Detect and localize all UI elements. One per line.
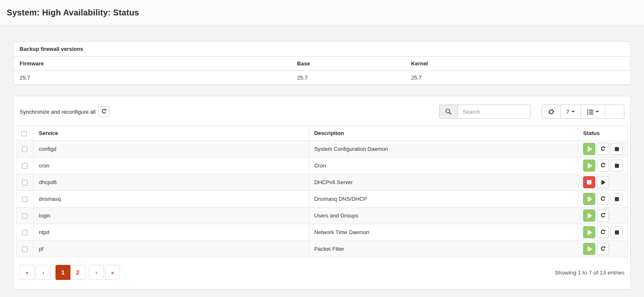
restart-icon	[600, 246, 606, 252]
list-columns-icon	[587, 109, 594, 115]
pagination-page-1[interactable]: 1	[55, 265, 70, 280]
pagination-next-button[interactable]: ›	[89, 265, 104, 280]
service-name: dnsmasq	[34, 191, 309, 207]
entries-summary: Showing 1 to 7 of 13 entries	[555, 270, 624, 276]
service-stopped-button[interactable]	[583, 176, 595, 188]
service-running-button[interactable]	[583, 226, 595, 238]
col-header-description: Description	[309, 126, 578, 141]
versions-col-firmware: Firmware	[14, 57, 291, 71]
service-name: ntpd	[34, 224, 309, 241]
row-select-checkbox[interactable]	[22, 247, 28, 252]
service-description: Dnsmasq DNS/DHCP	[309, 191, 578, 207]
stop-icon	[615, 147, 619, 151]
table-row: configd System Configuration Daemon	[16, 141, 628, 157]
play-icon	[588, 213, 592, 219]
restart-service-button[interactable]	[597, 210, 609, 222]
versions-table: Firmware Base Kernel 25.7 25.7 25.7	[14, 57, 630, 85]
select-all-checkbox[interactable]	[21, 131, 27, 136]
stop-service-button[interactable]	[611, 226, 623, 238]
spare-toolbar-button[interactable]	[605, 105, 624, 119]
service-description: Packet Filter	[309, 241, 578, 257]
row-select-checkbox[interactable]	[22, 180, 28, 185]
row-select-checkbox[interactable]	[22, 197, 28, 202]
search-input[interactable]	[458, 105, 531, 119]
page-header: System: High Availability: Status	[0, 0, 644, 25]
restart-icon	[600, 196, 606, 202]
row-select-checkbox[interactable]	[22, 147, 28, 152]
table-row: dhcpd6 DHCPv6 Server	[16, 174, 628, 191]
service-description: System Configuration Daemon	[309, 141, 578, 157]
play-icon	[588, 230, 592, 235]
services-toolbar: Synchronize and reconfigure all	[14, 96, 630, 125]
services-panel: Synchronize and reconfigure all	[13, 96, 631, 290]
search-icon	[439, 105, 458, 119]
pagination-last-button[interactable]: »	[105, 265, 120, 280]
service-running-button[interactable]	[583, 143, 595, 155]
service-running-button[interactable]	[583, 193, 595, 205]
versions-row: 25.7 25.7 25.7	[14, 71, 630, 85]
restart-service-button[interactable]	[597, 143, 609, 155]
service-description: Users and Groups	[309, 207, 578, 224]
page-size-dropdown[interactable]: 7	[561, 105, 581, 119]
col-header-service: Service	[34, 126, 309, 141]
service-name: dhcpd6	[34, 174, 309, 191]
restart-icon	[600, 213, 606, 218]
service-running-button[interactable]	[583, 243, 595, 255]
row-select-checkbox[interactable]	[22, 213, 28, 219]
restart-service-button[interactable]	[597, 226, 609, 238]
restart-service-button[interactable]	[597, 160, 609, 172]
pagination-first-button[interactable]: «	[20, 265, 35, 280]
stop-service-button[interactable]	[611, 143, 623, 155]
restart-icon	[600, 146, 606, 152]
pagination-prev-button[interactable]: ‹	[36, 265, 51, 280]
sync-reconfigure-label: Synchronize and reconfigure all	[20, 109, 96, 115]
base-version: 25.7	[291, 71, 405, 85]
col-header-status: Status	[578, 126, 628, 141]
backup-versions-panel: Backup firewall versions Firmware Base K…	[13, 41, 631, 85]
table-row: dnsmasq Dnsmasq DNS/DHCP	[16, 191, 628, 207]
chevron-down-icon	[596, 111, 599, 112]
sync-reconfigure-button[interactable]	[98, 106, 110, 117]
table-row: ntpd Network Time Daemon	[16, 224, 628, 241]
pagination-page-2[interactable]: 2	[70, 265, 86, 280]
content-area: Backup firewall versions Firmware Base K…	[0, 41, 644, 290]
stop-service-button[interactable]	[611, 160, 623, 172]
stop-icon	[615, 230, 619, 235]
kernel-version: 25.7	[405, 71, 630, 85]
table-controls-group: 7	[542, 105, 624, 119]
service-running-button[interactable]	[583, 160, 595, 172]
reload-icon	[101, 109, 107, 115]
row-select-checkbox[interactable]	[22, 163, 28, 169]
backup-versions-title: Backup firewall versions	[14, 42, 630, 57]
play-icon	[588, 146, 592, 152]
play-icon	[588, 246, 592, 252]
services-table: Service Description Status configd Syste…	[16, 125, 628, 257]
service-name: cron	[34, 157, 309, 174]
service-name: login	[34, 207, 309, 224]
service-running-button[interactable]	[583, 210, 595, 222]
restart-service-button[interactable]	[597, 193, 609, 205]
table-row: login Users and Groups	[16, 207, 628, 224]
refresh-icon	[548, 109, 554, 115]
stop-icon	[587, 180, 591, 185]
play-icon	[601, 180, 606, 185]
start-service-button[interactable]	[597, 176, 609, 188]
table-footer: « ‹ 1 2 › » Showing 1 to 7 of 13 entries	[14, 257, 630, 289]
versions-col-base: Base	[291, 57, 405, 71]
restart-icon	[600, 230, 606, 235]
service-description: Network Time Daemon	[309, 224, 578, 241]
restart-icon	[600, 163, 606, 168]
play-icon	[588, 163, 592, 169]
chevron-down-icon	[571, 111, 575, 112]
restart-service-button[interactable]	[597, 243, 609, 255]
service-description: Cron	[309, 157, 578, 174]
page-title: System: High Availability: Status	[7, 8, 139, 17]
row-select-checkbox[interactable]	[22, 230, 28, 235]
columns-dropdown[interactable]	[581, 105, 605, 119]
refresh-table-button[interactable]	[542, 105, 561, 119]
firmware-version: 25.7	[14, 71, 291, 85]
table-row: pf Packet Filter	[16, 241, 628, 257]
service-name: pf	[34, 241, 309, 257]
search-group	[439, 105, 531, 119]
stop-service-button[interactable]	[611, 193, 623, 205]
